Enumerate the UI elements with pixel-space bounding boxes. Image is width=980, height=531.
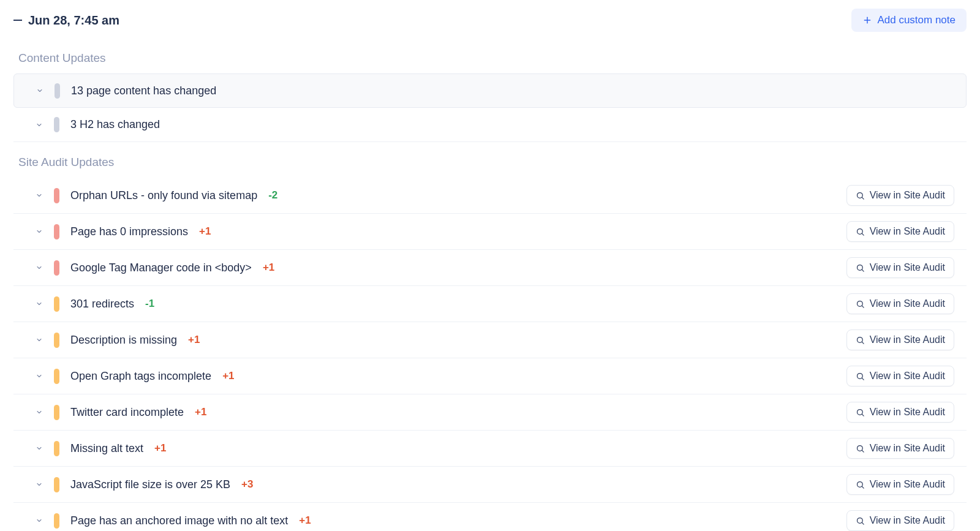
severity-pill-icon <box>54 441 59 456</box>
update-row-text: Page has an anchored image with no alt t… <box>70 514 288 527</box>
severity-pill-icon <box>54 513 59 529</box>
chevron-down-icon[interactable] <box>36 121 43 129</box>
update-row-text: JavaScript file size is over 25 KB <box>70 478 230 491</box>
search-icon <box>856 299 865 309</box>
update-row[interactable]: Description is missing+1View in Site Aud… <box>13 322 967 358</box>
section: Content Updates13 page content has chang… <box>13 51 967 142</box>
severity-pill-icon <box>54 333 59 348</box>
search-icon <box>856 480 865 489</box>
delta-badge: +1 <box>299 514 311 527</box>
severity-pill-icon <box>54 477 59 492</box>
update-row[interactable]: Page has 0 impressions+1View in Site Aud… <box>13 214 967 250</box>
severity-pill-icon <box>55 83 60 99</box>
update-row-text: Google Tag Manager code in <body> <box>70 262 252 274</box>
svg-line-19 <box>862 486 864 488</box>
view-in-site-audit-label: View in Site Audit <box>870 407 945 418</box>
update-row-text: 13 page content has changed <box>71 85 216 97</box>
severity-pill-icon <box>54 188 59 203</box>
svg-line-17 <box>862 450 864 452</box>
update-row-text: 301 redirects <box>70 298 134 311</box>
update-row[interactable]: 3 H2 has changed <box>13 108 967 142</box>
chevron-down-icon[interactable] <box>36 517 43 524</box>
chevron-down-icon[interactable] <box>36 336 43 344</box>
view-in-site-audit-button[interactable]: View in Site Audit <box>846 510 954 531</box>
search-icon <box>856 227 865 236</box>
view-in-site-audit-button[interactable]: View in Site Audit <box>846 185 954 206</box>
view-in-site-audit-button[interactable]: View in Site Audit <box>846 221 954 242</box>
delta-badge: +3 <box>241 478 253 491</box>
delta-badge: +1 <box>263 262 274 274</box>
svg-line-9 <box>862 306 864 307</box>
severity-pill-icon <box>54 296 59 312</box>
severity-pill-icon <box>54 405 59 420</box>
view-in-site-audit-button[interactable]: View in Site Audit <box>846 438 954 459</box>
chevron-down-icon[interactable] <box>36 445 43 452</box>
sections-container: Content Updates13 page content has chang… <box>13 51 967 531</box>
view-in-site-audit-label: View in Site Audit <box>870 443 945 454</box>
svg-line-3 <box>862 197 864 199</box>
svg-line-15 <box>862 414 864 416</box>
section-title: Site Audit Updates <box>18 156 967 169</box>
chevron-down-icon[interactable] <box>36 372 43 380</box>
delta-badge: +1 <box>154 442 166 454</box>
view-in-site-audit-label: View in Site Audit <box>870 298 945 309</box>
view-in-site-audit-label: View in Site Audit <box>870 515 945 526</box>
svg-line-13 <box>862 378 864 380</box>
view-in-site-audit-button[interactable]: View in Site Audit <box>846 402 954 423</box>
update-row[interactable]: Missing alt text+1View in Site Audit <box>13 431 967 467</box>
chevron-down-icon[interactable] <box>36 87 43 94</box>
search-icon <box>856 372 865 381</box>
chevron-down-icon[interactable] <box>36 300 43 307</box>
search-icon <box>856 444 865 453</box>
chevron-down-icon[interactable] <box>36 481 43 488</box>
delta-badge: +1 <box>199 225 211 238</box>
update-row-text: Description is missing <box>70 334 177 347</box>
view-in-site-audit-button[interactable]: View in Site Audit <box>846 257 954 278</box>
chevron-down-icon[interactable] <box>36 192 43 199</box>
chevron-down-icon[interactable] <box>36 228 43 235</box>
search-icon <box>856 408 865 417</box>
update-row-text: 3 H2 has changed <box>70 118 160 131</box>
view-in-site-audit-button[interactable]: View in Site Audit <box>846 366 954 386</box>
delta-badge: +1 <box>222 370 234 382</box>
update-row[interactable]: Google Tag Manager code in <body>+1View … <box>13 250 967 286</box>
update-row[interactable]: Twitter card incomplete+1View in Site Au… <box>13 394 967 431</box>
date-label: Jun 28, 7:45 am <box>28 13 119 28</box>
svg-line-21 <box>862 522 864 524</box>
date-block: Jun 28, 7:45 am <box>13 13 119 28</box>
update-row[interactable]: Orphan URLs - only found via sitemap-2Vi… <box>13 178 967 214</box>
chevron-down-icon[interactable] <box>36 409 43 416</box>
view-in-site-audit-button[interactable]: View in Site Audit <box>846 293 954 314</box>
view-in-site-audit-button[interactable]: View in Site Audit <box>846 474 954 495</box>
plus-icon <box>862 15 872 25</box>
add-custom-note-button[interactable]: Add custom note <box>851 9 967 32</box>
update-row-text: Missing alt text <box>70 442 143 455</box>
view-in-site-audit-label: View in Site Audit <box>870 262 945 273</box>
update-row[interactable]: Open Graph tags incomplete+1View in Site… <box>13 358 967 394</box>
update-row[interactable]: Page has an anchored image with no alt t… <box>13 503 967 531</box>
update-row[interactable]: 301 redirects-1View in Site Audit <box>13 286 967 322</box>
search-icon <box>856 336 865 345</box>
add-note-label: Add custom note <box>877 14 956 26</box>
delta-badge: +1 <box>195 406 206 418</box>
view-in-site-audit-label: View in Site Audit <box>870 371 945 382</box>
header-row: Jun 28, 7:45 am Add custom note <box>13 9 967 47</box>
severity-pill-icon <box>54 117 59 132</box>
section: Site Audit UpdatesOrphan URLs - only fou… <box>13 156 967 531</box>
update-row[interactable]: 13 page content has changed <box>13 73 967 108</box>
update-row[interactable]: JavaScript file size is over 25 KB+3View… <box>13 467 967 503</box>
severity-pill-icon <box>54 260 59 276</box>
section-title: Content Updates <box>18 51 967 65</box>
search-icon <box>856 263 865 273</box>
chevron-down-icon[interactable] <box>36 264 43 271</box>
delta-badge: -1 <box>145 298 154 310</box>
timeline-dash-icon <box>13 20 22 21</box>
update-row-text: Open Graph tags incomplete <box>70 370 211 383</box>
update-row-text: Twitter card incomplete <box>70 406 184 419</box>
severity-pill-icon <box>54 224 59 239</box>
severity-pill-icon <box>54 369 59 384</box>
search-icon <box>856 191 865 200</box>
svg-line-11 <box>862 342 864 344</box>
view-in-site-audit-button[interactable]: View in Site Audit <box>846 330 954 350</box>
delta-badge: -2 <box>268 189 277 201</box>
